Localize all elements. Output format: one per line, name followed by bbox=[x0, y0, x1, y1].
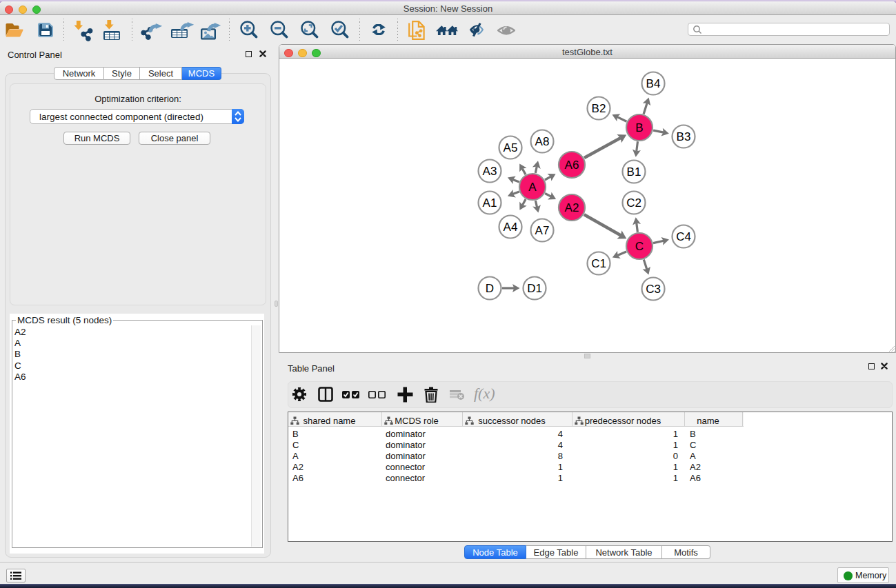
svg-text:B2: B2 bbox=[592, 102, 606, 115]
svg-text:A7: A7 bbox=[535, 224, 550, 237]
svg-text:A3: A3 bbox=[483, 165, 497, 178]
svg-text:A8: A8 bbox=[535, 135, 550, 148]
svg-text:B4: B4 bbox=[646, 77, 661, 90]
svg-text:B1: B1 bbox=[627, 165, 641, 179]
svg-text:C4: C4 bbox=[676, 230, 691, 243]
svg-text:D: D bbox=[486, 282, 494, 295]
svg-text:A4: A4 bbox=[504, 221, 518, 234]
svg-text:A: A bbox=[528, 181, 537, 194]
svg-text:D1: D1 bbox=[527, 282, 542, 295]
svg-text:C2: C2 bbox=[626, 196, 641, 210]
svg-text:A5: A5 bbox=[504, 141, 518, 154]
svg-text:A2: A2 bbox=[565, 201, 579, 214]
svg-text:B: B bbox=[635, 121, 643, 134]
svg-text:C1: C1 bbox=[591, 257, 606, 270]
svg-text:C3: C3 bbox=[646, 283, 661, 296]
svg-text:C: C bbox=[635, 240, 644, 253]
svg-text:B3: B3 bbox=[677, 130, 691, 143]
svg-text:A6: A6 bbox=[565, 159, 579, 172]
svg-text:A1: A1 bbox=[483, 196, 497, 210]
